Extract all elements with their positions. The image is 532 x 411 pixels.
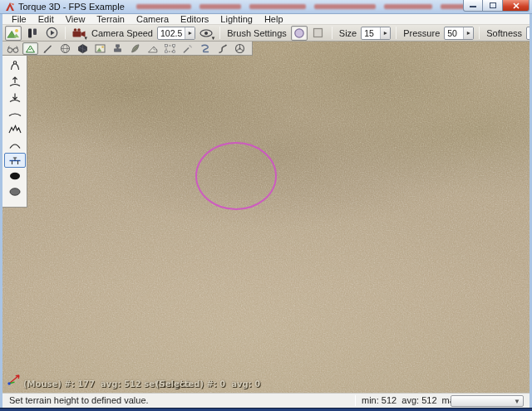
camera-speed-spinner[interactable]: ▸: [185, 27, 195, 39]
camera-speed-input[interactable]: 102.5: [158, 28, 185, 38]
particle-editor-icon: [181, 43, 194, 54]
play-button[interactable]: [43, 26, 60, 41]
brush-settings-label: Brush Settings: [227, 28, 287, 38]
object-editor-icon: [7, 43, 19, 54]
menu-camera[interactable]: Camera: [131, 14, 175, 25]
camera-menu-button[interactable]: ▾: [71, 26, 87, 41]
menu-file[interactable]: File: [6, 14, 32, 25]
main-toolbar: ▾ Camera Speed 102.5 ▸ ▾ Brush Settings: [2, 25, 530, 42]
toolbar-separator: [332, 27, 332, 39]
softness-label: Softness: [486, 28, 522, 38]
smooth-button[interactable]: [4, 105, 26, 120]
raise-height-icon: [7, 76, 23, 87]
road-path-editor-button[interactable]: [214, 42, 230, 55]
maximize-button[interactable]: [483, 0, 503, 12]
mission-area-editor-button[interactable]: [162, 42, 178, 55]
menu-editors[interactable]: Editors: [175, 14, 214, 25]
torque-logo-icon: [5, 2, 15, 12]
window-controls: [463, 0, 530, 12]
smooth-icon: [7, 107, 23, 119]
pressure-spinner[interactable]: ▸: [463, 27, 473, 39]
set-height-button[interactable]: [4, 153, 26, 168]
viewport-canvas[interactable]: (Mouse) #: 177 avg: 512 setHeight (Selec…: [2, 42, 530, 393]
toolbar-separator: [396, 27, 397, 39]
terrain-tool-palette: [2, 56, 27, 208]
world-editor-button[interactable]: [5, 26, 22, 41]
pressure-input[interactable]: 50: [445, 28, 463, 38]
size-label: Size: [339, 28, 357, 38]
titlebar: Torque 3D - FPS Example: [0, 0, 532, 14]
particle-editor-button[interactable]: [180, 42, 195, 55]
mouse-brush-status: (Mouse) #: 177 avg: 512 setHeight: [23, 379, 190, 389]
lower-height-icon: [7, 91, 23, 103]
terrain-noise-texture: [2, 42, 530, 393]
clear-empty-button[interactable]: [4, 184, 26, 199]
play-icon: [46, 27, 58, 39]
size-input[interactable]: 15: [362, 28, 380, 38]
set-empty-icon: [7, 170, 23, 182]
app-window: Torque 3D - FPS Example File Edit View T…: [0, 0, 532, 411]
paint-noise-icon: [7, 123, 23, 135]
circle-brush-button[interactable]: [291, 26, 308, 41]
square-brush-icon: [313, 27, 323, 38]
clear-empty-icon: [7, 186, 23, 198]
chevron-down-icon: ▾: [84, 36, 87, 41]
material-editor-icon: [59, 43, 71, 54]
mesh-road-editor-icon: [146, 43, 159, 54]
visibility-menu-button[interactable]: ▾: [198, 26, 214, 41]
axis-gizmo-icon: [5, 372, 25, 387]
shape-editor-button[interactable]: [232, 42, 248, 55]
selection-status: (Selected) #: 0 avg: 0: [155, 379, 260, 389]
redacted-title-text: [136, 4, 469, 9]
river-editor-icon: [199, 43, 211, 54]
river-editor-button[interactable]: [197, 42, 213, 55]
status-bar: Set terrain height to defined value. min…: [2, 393, 530, 408]
set-empty-button[interactable]: [4, 169, 26, 183]
panels-icon: [27, 27, 38, 39]
menu-help[interactable]: Help: [259, 14, 289, 25]
chevron-down-icon: ▾: [212, 36, 215, 41]
road-path-editor-icon: [216, 43, 229, 54]
size-spinner[interactable]: ▸: [380, 27, 390, 39]
softness-input[interactable]: 100: [527, 28, 530, 38]
menu-lighting[interactable]: Lighting: [214, 14, 259, 25]
forest-editor-button[interactable]: [127, 42, 143, 55]
menubar: File Edit View Terrain Camera Editors Li…: [2, 14, 530, 25]
chevron-down-icon: ▼: [514, 398, 520, 405]
smooth-slope-button[interactable]: [4, 137, 26, 152]
close-button[interactable]: [503, 0, 530, 12]
datablock-editor-button[interactable]: [75, 42, 91, 55]
window-bottom-frame: [0, 408, 532, 411]
decal-editor-icon: [111, 43, 124, 54]
close-icon: [513, 2, 520, 9]
circle-brush-icon: [293, 27, 305, 39]
terrain-editor-button[interactable]: [22, 42, 38, 55]
softness-field: 100 ▸: [526, 27, 530, 40]
square-brush-button[interactable]: [310, 26, 327, 41]
smooth-slope-icon: [7, 139, 23, 150]
editors-toolbar: [2, 42, 253, 56]
decal-editor-button[interactable]: [110, 42, 126, 55]
toolbar-separator: [219, 27, 220, 39]
raise-height-button[interactable]: [4, 74, 26, 89]
pressure-label: Pressure: [403, 28, 440, 38]
terrain-painter-button[interactable]: [92, 42, 108, 55]
mesh-road-editor-button[interactable]: [145, 42, 160, 55]
minimize-icon: [470, 2, 476, 8]
menu-edit[interactable]: Edit: [32, 14, 60, 25]
material-editor-button[interactable]: [57, 42, 73, 55]
paint-noise-button[interactable]: [4, 121, 26, 136]
terrain-scene-icon: [7, 27, 20, 39]
toolbar-separator: [479, 27, 480, 39]
set-height-icon: [7, 154, 23, 166]
menu-view[interactable]: View: [60, 14, 91, 25]
menu-terrain[interactable]: Terrain: [91, 14, 131, 25]
toggle-panels-button[interactable]: [24, 26, 41, 41]
statusbar-dropdown[interactable]: ▼: [451, 395, 524, 407]
grab-terrain-button[interactable]: [4, 58, 26, 73]
sketch-tool-button[interactable]: [40, 42, 56, 55]
brush-cursor-ellipse: [195, 142, 277, 210]
lower-height-button[interactable]: [4, 90, 26, 105]
minimize-button[interactable]: [463, 0, 483, 12]
object-editor-button[interactable]: [5, 42, 21, 55]
